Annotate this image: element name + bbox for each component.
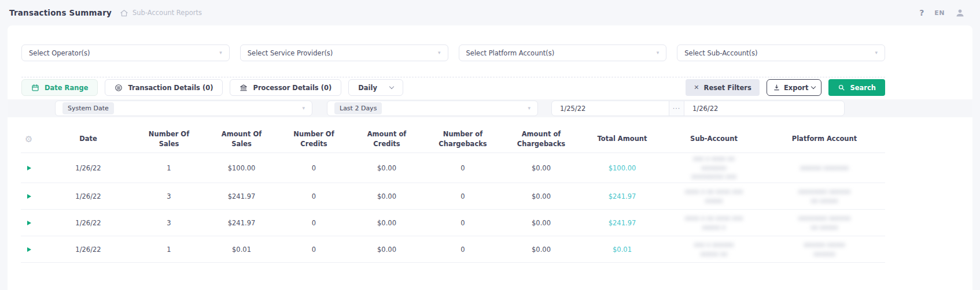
cell-sub-account-redacted: xxxx x xx xxxx xxx xxxxx x: [664, 214, 764, 232]
chevron-down-icon: [389, 84, 394, 89]
cell-number-of-chargebacks: 0: [423, 219, 502, 227]
expand-row-icon[interactable]: [27, 194, 31, 199]
tab-processor-details[interactable]: Processor Details (0): [230, 79, 341, 96]
chevron-down-icon: ▾: [302, 106, 305, 111]
date-type-chip[interactable]: System Date: [62, 102, 114, 114]
cell-amount-of-credits: $0.00: [350, 246, 423, 254]
calendar-icon: [31, 84, 39, 92]
date-preset-chip[interactable]: Last 2 Days: [334, 102, 382, 114]
cell-amount-of-credits: $0.00: [350, 192, 423, 200]
cell-platform-account-redacted: xxxxxxxx xxxxxx xx xxxxx: [764, 214, 885, 232]
content-card: Select Operator(s) ▾ Select Service Prov…: [8, 25, 972, 290]
cell-number-of-credits: 0: [278, 192, 350, 200]
sub-account-select-placeholder: Select Sub-Account(s): [684, 49, 757, 57]
chevron-down-icon: ▾: [438, 50, 441, 55]
search-button[interactable]: Search: [828, 79, 885, 96]
chevron-down-icon: ▾: [875, 50, 878, 55]
col-header-amount-of-sales: Amount Of Sales: [205, 129, 278, 148]
reset-filters-button[interactable]: ✕ Reset Filters: [686, 79, 760, 96]
col-header-sub-account: Sub-Account: [664, 134, 764, 144]
cell-number-of-sales: 3: [132, 219, 205, 227]
cell-number-of-credits: 0: [278, 246, 350, 254]
help-icon[interactable]: ?: [919, 8, 924, 17]
cell-amount-of-chargebacks: $0.00: [502, 164, 580, 172]
cell-amount-of-chargebacks: $0.00: [502, 246, 580, 254]
cell-number-of-chargebacks: 0: [423, 192, 502, 200]
cell-number-of-chargebacks: 0: [423, 246, 502, 254]
tab-transaction-details-label: Transaction Details (0): [128, 84, 213, 92]
cell-platform-account-redacted: xxxxxx xxxxxxx: [764, 163, 885, 173]
breadcrumb[interactable]: Sub-Account Reports: [120, 9, 202, 17]
total-amount-link[interactable]: $100.00: [609, 164, 636, 172]
total-amount-link[interactable]: $0.01: [613, 246, 632, 254]
export-button[interactable]: Export: [767, 79, 822, 96]
cell-sub-account-redacted: xxxx x xx xxxx xxx xxxxx: [664, 187, 764, 206]
table-row: 1/26/22 3 $241.97 0 $0.00 0 $0.00 $241.9…: [21, 210, 885, 236]
col-header-platform-account: Platform Account: [764, 134, 885, 144]
table-row: 1/26/22 1 $100.00 0 $0.00 0 $0.00 $100.0…: [21, 153, 885, 183]
list-circle-icon: [115, 84, 123, 92]
page-title: Transactions Summary: [9, 8, 112, 17]
close-icon: ✕: [694, 84, 699, 91]
service-provider-select[interactable]: Select Service Provider(s) ▾: [240, 44, 448, 61]
cell-amount-of-chargebacks: $0.00: [502, 192, 580, 200]
expand-row-icon[interactable]: [27, 221, 31, 225]
cell-amount-of-sales: $100.00: [205, 164, 278, 172]
download-icon: [773, 84, 780, 91]
col-header-total-amount: Total Amount: [580, 134, 664, 144]
chevron-down-icon: ▾: [528, 106, 530, 111]
start-date-input[interactable]: 1/25/22: [552, 101, 669, 116]
operator-select[interactable]: Select Operator(s) ▾: [21, 44, 230, 61]
bank-icon: [240, 84, 248, 92]
frequency-select[interactable]: Daily: [348, 79, 403, 96]
platform-account-select[interactable]: Select Platform Account(s) ▾: [459, 44, 667, 61]
total-amount-link[interactable]: $241.97: [609, 192, 636, 200]
expand-row-icon[interactable]: [27, 247, 31, 252]
cell-amount-of-sales: $0.01: [205, 246, 278, 254]
col-header-amount-of-chargebacks: Amount of Chargebacks: [502, 129, 580, 148]
col-header-number-of-credits: Number Of Credits: [278, 129, 350, 148]
tab-date-range[interactable]: Date Range: [21, 79, 98, 96]
gear-icon[interactable]: ⚙: [25, 134, 32, 144]
service-provider-select-placeholder: Select Service Provider(s): [248, 49, 333, 57]
tabs-row: Date Range Transaction Details (0) Proce…: [21, 79, 885, 96]
cell-sub-account-redacted: xxx x xxxxxx xxxxx xx: [664, 240, 764, 259]
col-header-number-of-chargebacks: Number of Chargebacks: [423, 129, 502, 148]
cell-number-of-credits: 0: [278, 164, 350, 172]
sub-account-select[interactable]: Select Sub-Account(s) ▾: [677, 44, 885, 61]
topbar: Transactions Summary Sub-Account Reports…: [0, 0, 980, 25]
transactions-table: ⚙ Date Number Of Sales Amount Of Sales N…: [21, 125, 885, 263]
date-type-select[interactable]: System Date ▾: [55, 101, 312, 116]
chevron-down-icon: ▾: [219, 50, 222, 55]
date-range-ellipsis[interactable]: ···: [669, 101, 684, 116]
user-avatar-icon[interactable]: [955, 8, 965, 18]
cell-date: 1/26/22: [44, 246, 132, 254]
frequency-select-value: Daily: [358, 84, 377, 92]
expand-row-icon[interactable]: [27, 166, 31, 170]
cell-amount-of-credits: $0.00: [350, 219, 423, 227]
cell-platform-account-redacted: xxxxxxxx xxxxxx xx xxxxx: [764, 187, 885, 206]
tab-transaction-details[interactable]: Transaction Details (0): [105, 79, 223, 96]
tab-processor-details-label: Processor Details (0): [253, 84, 331, 92]
table-row: 1/26/22 1 $0.01 0 $0.00 0 $0.00 $0.01 xx…: [21, 236, 885, 263]
home-icon: [120, 9, 128, 17]
language-selector[interactable]: EN: [934, 9, 945, 17]
platform-account-select-placeholder: Select Platform Account(s): [466, 49, 555, 57]
date-range-inputs: 1/25/22 ··· 1/26/22: [551, 101, 845, 116]
tab-date-range-label: Date Range: [45, 84, 88, 92]
cell-date: 1/26/22: [44, 192, 132, 200]
end-date-input[interactable]: 1/26/22: [684, 101, 844, 116]
date-filter-band: System Date ▾ Last 2 Days ▾ 1/25/22 ··· …: [8, 99, 972, 117]
col-header-number-of-sales: Number Of Sales: [132, 129, 205, 148]
cell-sub-account-redacted: xxx x xxxx xx xxxxxxx xxxxxxxxx xxx: [664, 154, 764, 181]
date-preset-select[interactable]: Last 2 Days ▾: [327, 101, 538, 116]
export-label: Export: [784, 84, 809, 92]
cell-amount-of-credits: $0.00: [350, 164, 423, 172]
col-header-amount-of-credits: Amount of Credits: [350, 129, 423, 148]
col-header-date: Date: [44, 134, 132, 144]
cell-number-of-sales: 1: [132, 164, 205, 172]
search-label: Search: [850, 84, 876, 92]
cell-number-of-sales: 1: [132, 246, 205, 254]
filter-row: Select Operator(s) ▾ Select Service Prov…: [21, 44, 885, 61]
total-amount-link[interactable]: $241.97: [609, 219, 636, 227]
